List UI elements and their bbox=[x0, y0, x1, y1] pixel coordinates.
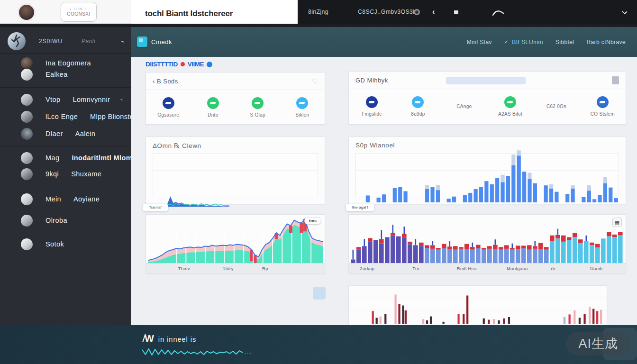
chart-badge[interactable]: tms bbox=[304, 217, 321, 225]
sidebar-item-label: 9kqi bbox=[46, 170, 59, 178]
camera-icon bbox=[21, 111, 33, 123]
globe-icon bbox=[21, 94, 33, 106]
menu-item-4[interactable]: Rarb ctNbrave bbox=[586, 39, 626, 46]
topbar-left-section: / IIIN ^ COGNSXI bbox=[0, 0, 131, 24]
multi-bar-chart bbox=[351, 218, 624, 263]
sidebar-item-olroba[interactable]: Olroba bbox=[0, 213, 131, 228]
x-axis: 2arkap Trv Rmtl Hea Mantgana rb 1lamb bbox=[349, 263, 626, 273]
topbar-menu-section: 8inZjng C8SCJ..Gmbv3OS3l ‹ bbox=[298, 0, 637, 24]
circle-stat-icon bbox=[597, 96, 609, 108]
panel-omn-chart: ΔOmn ℞ Clewn 'Namla'' bbox=[146, 136, 325, 204]
brand-chevron-icon[interactable]: › bbox=[119, 38, 126, 45]
avatar-icon bbox=[21, 128, 33, 140]
stat-label: CAngo bbox=[456, 104, 472, 109]
link-text-2: VIIME bbox=[188, 61, 204, 68]
topbar-menu-item-1[interactable]: 8inZjng bbox=[308, 0, 328, 24]
stat-item[interactable]: Dnto bbox=[191, 97, 235, 118]
breadcrumb-link[interactable]: DIISTTTTID VIIME bbox=[146, 61, 212, 68]
tooltip-text: IInv agal bbox=[352, 205, 366, 209]
attachment-icon[interactable] bbox=[313, 287, 326, 300]
sidebar-item-label2: Shuxame bbox=[71, 170, 101, 178]
stop-icon[interactable] bbox=[454, 10, 458, 14]
heart-icon[interactable]: ♡ bbox=[311, 77, 319, 85]
stat-label: A2AS Bilot bbox=[498, 111, 522, 117]
sidebar-brand[interactable]: 2S0lWU Panlr › bbox=[0, 30, 131, 53]
stat-item[interactable]: Siklen bbox=[280, 97, 325, 118]
circle-stat-icon bbox=[207, 97, 219, 109]
sidebar-item-sotok[interactable]: Sotok bbox=[0, 237, 131, 252]
sidebar-item-aoyiane[interactable]: Mein Aoyiane bbox=[0, 191, 131, 207]
sidebar-item-lomnvynnir[interactable]: Vtop Lomnvynnir › bbox=[0, 92, 131, 107]
stat-item[interactable]: CAngo bbox=[441, 104, 487, 109]
stat-label: CO Stslem bbox=[591, 111, 615, 117]
topbar-title-section: tochl Biantt ldstchereer bbox=[131, 0, 298, 27]
menu-item-1[interactable]: Mml Stav bbox=[467, 39, 492, 46]
cloud-icon bbox=[21, 69, 33, 81]
sidebar-item-label: Dlaer bbox=[46, 130, 63, 137]
x-axis-label: Rmtl Hea bbox=[457, 266, 477, 271]
sidebar-item-label: lLco Enge bbox=[46, 113, 78, 120]
sidebar-item-aalein[interactable]: Dlaer Aalein bbox=[0, 126, 131, 141]
panel-teal-chart: tms Thmv 1tdry Rp bbox=[146, 214, 325, 274]
x-axis-label: 1lamb bbox=[590, 266, 602, 271]
brand-suffix: Panlr bbox=[82, 38, 96, 45]
blue-bar-chart bbox=[355, 149, 619, 202]
app-square-icon[interactable] bbox=[137, 36, 147, 47]
window-title: tochl Biantt ldstchereer bbox=[145, 9, 233, 18]
ai-watermark: AI生成 bbox=[566, 332, 630, 355]
x-axis: Thmv 1tdry Rp bbox=[146, 263, 325, 273]
sparkline-dots: ... bbox=[245, 349, 252, 355]
bird-icon bbox=[21, 238, 33, 250]
stat-label: Siklen bbox=[295, 112, 309, 118]
secondary-menu: Mml Stav ✓ BIFSt.Umm Sibbtel Rarb ctNbra… bbox=[467, 39, 637, 46]
topbar-shadow-strip bbox=[0, 24, 637, 27]
chevron-left-icon[interactable]: ‹ bbox=[432, 0, 435, 24]
stat-item[interactable]: 8u3dp bbox=[395, 96, 441, 117]
expand-button[interactable]: ▦ bbox=[612, 218, 622, 227]
notification-bubble[interactable]: / IIIN ^ COGNSXI bbox=[61, 2, 97, 22]
app-window: / IIIN ^ COGNSXI tochl Biantt ldstcheree… bbox=[0, 0, 637, 364]
panel-header: ‹ B Sods ♡ bbox=[146, 73, 325, 90]
main-content: DIISTTTTID VIIME ‹ B Sods ♡ Ggsasore Dnt… bbox=[131, 57, 637, 325]
stat-item[interactable]: Fmgslide bbox=[349, 96, 395, 117]
stat-item[interactable]: S Glap bbox=[236, 97, 280, 118]
bubble-label: COGNSXI bbox=[67, 11, 91, 17]
sidebar-item-blionstd[interactable]: lLco Enge Mlpp Blionstd bbox=[0, 109, 131, 124]
sidebar-item-label2: Aoyiane bbox=[73, 195, 100, 203]
menu-item-2[interactable]: BIFSt.Umm bbox=[512, 39, 543, 46]
shell-icon bbox=[21, 168, 33, 180]
sidebar-divider bbox=[0, 187, 131, 188]
panel-mihbyk: GD Mihbyk Fmgslide 8u3dp CAngo bbox=[348, 71, 626, 125]
panel-header: GD Mihbyk bbox=[349, 72, 626, 89]
sidebar-item-shuxame[interactable]: 9kqi Shuxame bbox=[0, 166, 131, 182]
chevron-down-icon[interactable] bbox=[622, 9, 627, 14]
sidebar-item-ealkea[interactable]: Ealkea bbox=[0, 67, 131, 82]
sidebar-item-label: Mein bbox=[46, 195, 61, 203]
circle-stat-icon bbox=[163, 97, 174, 109]
icon-row: Ggsasore Dnto S Glap Siklen bbox=[146, 90, 325, 124]
file-icon[interactable] bbox=[612, 76, 619, 84]
stat-item[interactable]: A2AS Bilot bbox=[487, 96, 533, 117]
sidebar-divider bbox=[0, 146, 131, 147]
tooltip-mark: ! bbox=[367, 205, 368, 209]
user-avatar[interactable] bbox=[19, 5, 34, 20]
curve-icon bbox=[492, 8, 504, 18]
stat-item[interactable]: C62 0On bbox=[533, 104, 579, 109]
circle-stat-icon bbox=[412, 96, 424, 108]
x-axis-label: Mantgana bbox=[507, 266, 528, 271]
secondary-header: Cmedk Mml Stav ✓ BIFSt.Umm Sibbtel Rarb … bbox=[131, 27, 637, 57]
chart-title: S0p Wianoel bbox=[355, 142, 395, 149]
disc-icon bbox=[21, 152, 33, 164]
sidebar-item-mlom[interactable]: Mag Inodaritlmtl Mlom bbox=[0, 150, 131, 165]
search-pill[interactable] bbox=[446, 77, 526, 84]
stat-item[interactable]: Ggsasore bbox=[146, 97, 191, 118]
stat-label: Dnto bbox=[208, 112, 218, 118]
chevron-icon[interactable]: › bbox=[118, 97, 125, 103]
stat-item[interactable]: CO Stslem bbox=[580, 96, 626, 117]
record-icon[interactable] bbox=[414, 9, 420, 15]
sidebar-item-label: Ealkea bbox=[46, 71, 68, 78]
topbar-menu-item-2[interactable]: C8SCJ..Gmbv3OS3l bbox=[358, 0, 414, 24]
mini-spikes-chart bbox=[148, 181, 229, 207]
circle-stat-icon bbox=[296, 97, 308, 109]
menu-item-3[interactable]: Sibbtel bbox=[555, 39, 574, 46]
